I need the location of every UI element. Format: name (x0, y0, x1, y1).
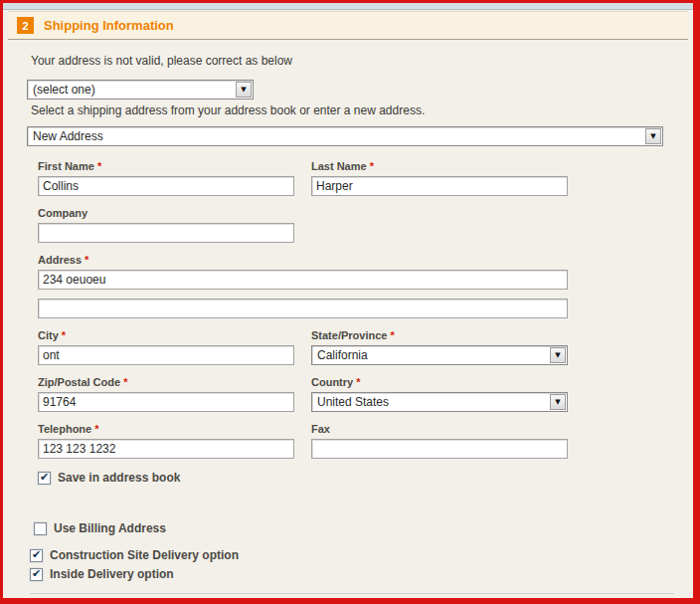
required-mark: * (94, 423, 98, 435)
inside-delivery-label: Inside Delivery option (50, 567, 174, 581)
use-billing-address-row: Use Billing Address (34, 521, 693, 535)
invalid-address-notice: Your address is not valid, please correc… (31, 54, 693, 68)
previous-section-edge (3, 3, 693, 10)
telephone-label: Telephone * (38, 423, 294, 435)
construction-site-delivery-row: ✔ Construction Site Delivery option (30, 548, 693, 562)
dropdown-button[interactable]: ▼ (236, 82, 252, 98)
last-name-label: Last Name * (311, 160, 568, 172)
dropdown-arrow-icon: ▼ (241, 87, 246, 94)
check-mark: ✔ (40, 472, 49, 483)
required-mark: * (370, 160, 374, 172)
name-row: First Name * Last Name * (38, 160, 568, 196)
saved-address-select-value: (select one) (28, 81, 253, 99)
fax-input[interactable] (311, 439, 568, 459)
address-mode-select[interactable]: New Address ▼ (27, 126, 663, 146)
required-mark: * (390, 329, 394, 341)
country-label: Country * (311, 376, 568, 388)
construction-site-delivery-label: Construction Site Delivery option (50, 548, 239, 562)
address-line2-input[interactable] (38, 299, 568, 318)
section-title: Shipping Information (44, 18, 174, 33)
address-line1-input[interactable] (38, 270, 568, 290)
required-mark: * (85, 254, 88, 266)
save-in-address-book-label: Save in address book (58, 471, 180, 485)
section-bottom-divider (30, 593, 674, 594)
dropdown-button[interactable]: ▼ (550, 394, 566, 410)
shipping-information-panel: 2 Shipping Information Your address is n… (0, 0, 700, 604)
required-mark: * (97, 160, 101, 172)
country-select-value: United States (312, 393, 567, 411)
dropdown-button[interactable]: ▼ (645, 128, 661, 144)
check-mark: ✔ (32, 568, 41, 579)
company-row: Company (38, 207, 568, 243)
city-state-row: City * State/Province * California ▼ (38, 329, 568, 365)
state-select[interactable]: California ▼ (311, 345, 568, 365)
saved-address-select[interactable]: (select one) ▼ (27, 80, 254, 100)
fax-label: Fax (311, 423, 568, 435)
address-book-hint: Select a shipping address from your addr… (31, 103, 693, 117)
first-name-label: First Name * (38, 160, 294, 172)
shipping-form-content: Your address is not valid, please correc… (3, 40, 693, 594)
save-in-address-book-row: ✔ Save in address book (38, 471, 568, 485)
zip-input[interactable] (38, 392, 294, 412)
company-input[interactable] (38, 223, 294, 243)
use-billing-address-checkbox[interactable] (34, 522, 47, 535)
dropdown-arrow-icon: ▼ (555, 399, 560, 406)
new-address-form: First Name * Last Name * Company Address… (38, 160, 568, 485)
state-select-value: California (312, 346, 567, 364)
required-mark: * (123, 376, 127, 388)
city-input[interactable] (38, 345, 294, 365)
address-label: Address * (38, 254, 568, 266)
required-mark: * (356, 376, 360, 388)
required-mark: * (62, 329, 66, 341)
city-label: City * (38, 329, 294, 341)
check-mark: ✔ (32, 549, 41, 560)
construction-site-delivery-checkbox[interactable]: ✔ (30, 549, 43, 562)
zip-country-row: Zip/Postal Code * Country * United State… (38, 376, 568, 412)
use-billing-address-label: Use Billing Address (54, 521, 166, 535)
step-number-badge: 2 (17, 17, 34, 34)
address-row: Address * (38, 254, 568, 318)
zip-label: Zip/Postal Code * (38, 376, 294, 388)
section-header: 2 Shipping Information (8, 11, 688, 40)
address-mode-select-value: New Address (28, 127, 662, 145)
inside-delivery-row: ✔ Inside Delivery option (30, 567, 693, 581)
inside-delivery-checkbox[interactable]: ✔ (30, 568, 43, 581)
state-label: State/Province * (311, 329, 568, 341)
dropdown-button[interactable]: ▼ (550, 347, 566, 363)
telephone-input[interactable] (38, 439, 294, 459)
save-in-address-book-checkbox[interactable]: ✔ (38, 472, 51, 485)
company-label: Company (38, 207, 294, 219)
dropdown-arrow-icon: ▼ (650, 133, 655, 140)
last-name-input[interactable] (311, 176, 568, 196)
country-select[interactable]: United States ▼ (311, 392, 568, 412)
first-name-input[interactable] (38, 176, 294, 196)
phone-fax-row: Telephone * Fax (38, 423, 568, 459)
dropdown-arrow-icon: ▼ (555, 352, 560, 359)
